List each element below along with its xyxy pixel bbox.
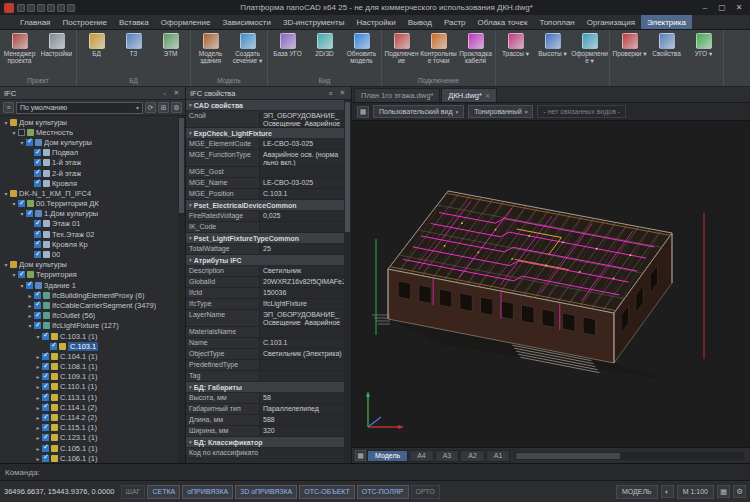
props-section[interactable]: ▾Атрибуты IFC	[186, 255, 344, 266]
ribbon-button[interactable]: ТЗ	[115, 31, 152, 57]
ribbon-button[interactable]: Менеджер проекта	[1, 31, 38, 64]
props-section[interactable]: ▾CAD свойства	[186, 100, 344, 111]
sheet-tab[interactable]: A1	[486, 450, 511, 462]
props-row[interactable]: MGE_PositionC.103.1	[186, 189, 344, 200]
status-toggle[interactable]: оПРИВЯЗКА	[182, 485, 233, 499]
refresh-icon[interactable]: ⟳	[145, 102, 156, 113]
sheet-tab[interactable]: A2	[460, 450, 485, 462]
tree-scrollbar[interactable]	[178, 116, 185, 463]
doc-tab[interactable]: ДКН.dwg*✕	[441, 88, 497, 102]
ribbon-tab[interactable]: Оформление	[155, 15, 217, 29]
ribbon-button[interactable]: База УГО	[269, 31, 306, 57]
tree-checkbox[interactable]	[34, 231, 41, 238]
maximize-button[interactable]: ▢	[715, 0, 729, 15]
tree-checkbox[interactable]	[42, 445, 49, 452]
tree-expander[interactable]: ▸	[34, 383, 42, 390]
layout-list-icon[interactable]: ▦	[355, 450, 366, 461]
redo-icon[interactable]	[67, 4, 75, 12]
close-button[interactable]: ✕	[732, 0, 746, 15]
ribbon-tab[interactable]: Вставка	[113, 15, 155, 29]
ribbon-button[interactable]: БД	[78, 31, 115, 57]
save-icon[interactable]	[37, 4, 45, 12]
pin-icon[interactable]: ▫	[160, 90, 169, 97]
filter-icon[interactable]: ≡	[3, 102, 14, 113]
tree-expander[interactable]: ▾	[18, 139, 26, 146]
viewport-grid-icon[interactable]: ▦	[357, 106, 369, 118]
tree-row[interactable]: ▾1.Дом культуры	[0, 209, 178, 219]
props-row[interactable]: IfcId150036	[186, 288, 344, 299]
tree-expander[interactable]: ▸	[34, 455, 42, 462]
props-row[interactable]: Ширина, мм320	[186, 426, 344, 437]
props-scrollbar[interactable]	[344, 100, 351, 463]
props-row[interactable]: ObjectTypeСветильник (Электрика)	[186, 349, 344, 360]
tree-row[interactable]: ▾Местность	[0, 127, 178, 137]
status-toggle[interactable]: ШАГ	[121, 485, 146, 499]
status-toggle[interactable]: СЕТКА	[147, 485, 180, 499]
tree-row[interactable]: ▾Дом культуры	[0, 260, 178, 270]
props-section[interactable]: ▾Pset_LightFixtureTypeCommon	[186, 233, 344, 244]
sheet-tab[interactable]: A3	[435, 450, 460, 462]
tree-row[interactable]: ▾Дом культуры	[0, 117, 178, 127]
ribbon-button[interactable]: ЭТМ	[152, 31, 189, 57]
tree-row[interactable]: Подвал	[0, 148, 178, 158]
props-row[interactable]: TotalWattage25	[186, 244, 344, 255]
status-toggle[interactable]: ОРТО	[411, 485, 440, 499]
ribbon-button[interactable]: Создать сечение ▾	[229, 31, 266, 64]
tree-checkbox[interactable]	[34, 302, 41, 309]
tree-checkbox[interactable]	[18, 200, 25, 207]
tree-row[interactable]: ▸C.105.1 (1)	[0, 443, 178, 453]
tree-row[interactable]: ▾DK-N_1_KM_П_IFC4	[0, 188, 178, 198]
props-row[interactable]: MGE_NameLE-CBO-03-025	[186, 178, 344, 189]
tree-checkbox[interactable]	[42, 363, 49, 370]
props-row[interactable]: Высота, мм58	[186, 393, 344, 404]
tree-row[interactable]: ▾IfcLightFixture (127)	[0, 321, 178, 331]
tree-row[interactable]: 00	[0, 249, 178, 259]
open-file-icon[interactable]	[27, 4, 35, 12]
props-section[interactable]: ▾Pset_ElectricalDeviceCommon	[186, 200, 344, 211]
tree-checkbox[interactable]	[42, 373, 49, 380]
tree-row[interactable]: Кровля Кр	[0, 239, 178, 249]
ribbon-tab[interactable]: Вывод	[402, 15, 438, 29]
settings-icon[interactable]: ⚙	[171, 102, 182, 113]
tree-expander[interactable]: ▾	[18, 282, 26, 289]
tree-checkbox[interactable]	[26, 139, 33, 146]
props-row[interactable]: MGE_Gost	[186, 167, 344, 178]
tree-expander[interactable]: ▸	[26, 292, 34, 299]
ribbon-tab[interactable]: Настройки	[350, 15, 401, 29]
print-icon[interactable]	[47, 4, 55, 12]
props-row[interactable]: GlobalId20WXRZ16v82f5QlMAFeJ8l	[186, 277, 344, 288]
tree-row[interactable]: ▸C.108.1 (1)	[0, 362, 178, 372]
ribbon-tab[interactable]: Построение	[56, 15, 113, 29]
status-toggle[interactable]: 3D оПРИВЯЗКА	[235, 485, 297, 499]
tree-row[interactable]: ▸IfcBuildingElementProxy (6)	[0, 290, 178, 300]
tree-row[interactable]: ▸C.113.1 (1)	[0, 392, 178, 402]
menu-icon[interactable]: ≡	[326, 90, 335, 97]
tree-expander[interactable]: ▸	[34, 404, 42, 411]
ribbon-tab[interactable]: Электрика	[641, 15, 692, 29]
tree-expander[interactable]: ▸	[34, 424, 42, 431]
tree-checkbox[interactable]	[42, 383, 49, 390]
tree-expander[interactable]: ▸	[34, 394, 42, 401]
workspace-icon[interactable]: ▦	[717, 485, 730, 498]
props-row[interactable]: Tag	[186, 371, 344, 382]
tree-row[interactable]: ▸IfcCableCarrierSegment (3479)	[0, 300, 178, 310]
tree-expander[interactable]: ▸	[34, 373, 42, 380]
tree-row[interactable]: Кровля	[0, 178, 178, 188]
tree-checkbox[interactable]	[50, 343, 57, 350]
settings-icon[interactable]: ⚙	[733, 485, 746, 498]
props-row[interactable]: Длина, мм588	[186, 415, 344, 426]
expand-all-icon[interactable]: ⊞	[158, 102, 169, 113]
tree-row[interactable]: ▾Территория	[0, 270, 178, 280]
tree-checkbox[interactable]	[34, 322, 41, 329]
tree-checkbox[interactable]	[18, 129, 25, 136]
props-row[interactable]: DescriptionСветильник	[186, 266, 344, 277]
ribbon-button[interactable]: УГО ▾	[685, 31, 722, 57]
props-section[interactable]: ▾БД: Габариты	[186, 382, 344, 393]
tree-checkbox[interactable]	[34, 220, 41, 227]
tree-row[interactable]: ▸C.114.2 (2)	[0, 412, 178, 422]
props-row[interactable]: PredefinedType	[186, 360, 344, 371]
tree-checkbox[interactable]	[42, 404, 49, 411]
props-row[interactable]: NameC.103.1	[186, 338, 344, 349]
tree-row[interactable]: ▾00.Территория ДК	[0, 199, 178, 209]
ribbon-button[interactable]: Контрольные точки	[420, 31, 457, 64]
